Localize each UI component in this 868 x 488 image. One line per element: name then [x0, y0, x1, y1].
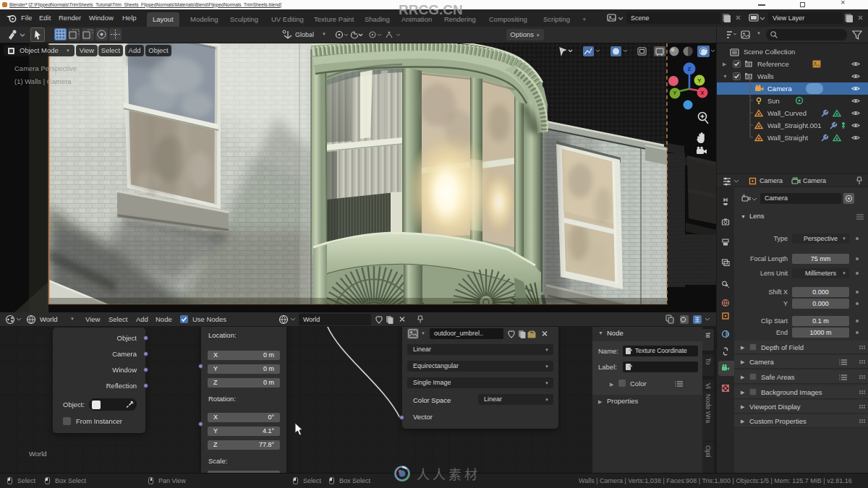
svg-text:Y: Y [697, 77, 702, 84]
svg-text:Y: Y [673, 90, 677, 96]
svg-text:Z: Z [688, 66, 692, 72]
svg-text:X: X [700, 90, 705, 96]
